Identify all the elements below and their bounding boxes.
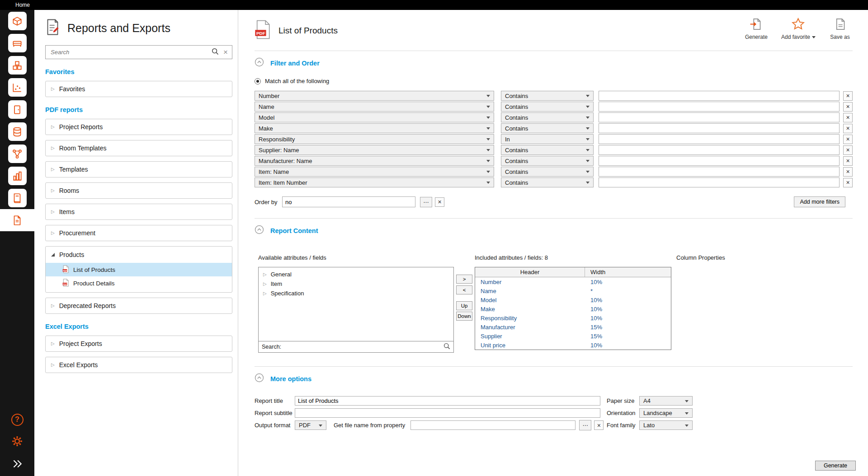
order-by-input[interactable] bbox=[282, 196, 415, 207]
filter-value-input[interactable] bbox=[599, 112, 840, 122]
rail-item-statistics[interactable] bbox=[0, 165, 34, 187]
move-down-button[interactable]: Down bbox=[456, 312, 472, 321]
orientation-dropdown[interactable]: Landscape bbox=[639, 408, 693, 418]
filter-value-input[interactable] bbox=[599, 177, 840, 187]
filter-field-dropdown[interactable]: Manufacturer: Name bbox=[255, 156, 494, 166]
sidebar-item-project-exports[interactable]: ▷ Project Exports bbox=[45, 336, 232, 352]
sidebar-item-deprecated-reports[interactable]: ▷ Deprecated Reports bbox=[45, 298, 232, 314]
search-icon[interactable] bbox=[212, 48, 219, 57]
rail-item-room-planner[interactable] bbox=[0, 10, 34, 32]
sidebar-item-rooms[interactable]: ▷ Rooms bbox=[45, 182, 232, 199]
sidebar-item-excel-exports[interactable]: ▷ Excel Exports bbox=[45, 357, 232, 373]
remove-filter-button[interactable]: × bbox=[843, 145, 853, 155]
filter-value-input[interactable] bbox=[599, 156, 840, 166]
sidebar-item-room-templates[interactable]: ▷ Room Templates bbox=[45, 140, 232, 156]
filter-operator-dropdown[interactable]: Contains bbox=[501, 145, 594, 155]
remove-filter-button[interactable]: × bbox=[843, 135, 853, 144]
table-row[interactable]: Unit price 10% bbox=[475, 341, 671, 350]
filter-operator-dropdown[interactable]: In bbox=[501, 134, 594, 144]
match-all-radio[interactable] bbox=[255, 78, 261, 84]
filter-value-input[interactable] bbox=[599, 145, 840, 155]
paper-size-dropdown[interactable]: A4 bbox=[639, 396, 693, 406]
remove-filter-button[interactable]: × bbox=[843, 167, 853, 177]
generate-button[interactable]: Generate bbox=[743, 17, 769, 40]
filter-field-dropdown[interactable]: Number bbox=[255, 91, 494, 101]
clear-order-by-button[interactable]: × bbox=[435, 197, 444, 207]
search-icon[interactable] bbox=[443, 343, 450, 351]
filter-operator-dropdown[interactable]: Contains bbox=[501, 102, 594, 112]
filter-field-dropdown[interactable]: Supplier: Name bbox=[255, 145, 494, 155]
table-row[interactable]: Name * bbox=[475, 286, 671, 295]
add-favorite-button[interactable]: Add favorite bbox=[779, 17, 817, 40]
sidebar-item-list-of-products[interactable]: PDF List of Products bbox=[46, 263, 232, 276]
rail-item-help[interactable]: ? bbox=[0, 408, 34, 431]
order-by-browse-button[interactable]: … bbox=[420, 197, 432, 207]
sidebar-item-products[interactable]: Products bbox=[46, 247, 232, 263]
remove-filter-button[interactable]: × bbox=[843, 91, 853, 101]
sidebar-item-templates[interactable]: ▷ Templates bbox=[45, 161, 232, 177]
home-tab[interactable]: Home bbox=[15, 2, 30, 8]
table-row[interactable]: Model 10% bbox=[475, 295, 671, 304]
font-family-dropdown[interactable]: Lato bbox=[639, 420, 693, 430]
filter-field-dropdown[interactable]: Model bbox=[255, 112, 494, 122]
table-row[interactable]: Number 10% bbox=[475, 277, 671, 286]
filter-operator-dropdown[interactable]: Contains bbox=[501, 167, 594, 177]
filter-operator-dropdown[interactable]: Contains bbox=[501, 112, 594, 122]
sidebar-item-product-details[interactable]: PDF Product Details bbox=[46, 276, 232, 290]
sidebar-item-favorites[interactable]: ▷ Favorites bbox=[45, 81, 232, 97]
filter-operator-dropdown[interactable]: Contains bbox=[501, 91, 594, 101]
rail-item-expand[interactable] bbox=[0, 453, 34, 476]
move-up-button[interactable]: Up bbox=[456, 301, 472, 310]
filter-field-dropdown[interactable]: Item: Item Number bbox=[255, 177, 494, 187]
rail-item-furniture-planner[interactable] bbox=[0, 32, 34, 54]
table-row[interactable]: Make 10% bbox=[475, 304, 671, 313]
filter-operator-dropdown[interactable]: Contains bbox=[501, 123, 594, 133]
filter-value-input[interactable] bbox=[599, 167, 840, 177]
tree-item-item[interactable]: ▷ Item bbox=[259, 279, 453, 289]
filter-field-dropdown[interactable]: Name bbox=[255, 102, 494, 112]
filter-field-dropdown[interactable]: Item: Name bbox=[255, 167, 494, 177]
filter-operator-dropdown[interactable]: Contains bbox=[501, 156, 594, 166]
sidebar-item-project-reports[interactable]: ▷ Project Reports bbox=[45, 119, 232, 135]
table-row[interactable]: Supplier 15% bbox=[475, 331, 671, 341]
remove-filter-button[interactable]: × bbox=[843, 178, 853, 187]
remove-filter-button[interactable]: × bbox=[843, 102, 853, 112]
save-as-button[interactable]: Save as bbox=[827, 17, 853, 40]
report-subtitle-input[interactable] bbox=[295, 408, 600, 418]
rail-item-items[interactable] bbox=[0, 54, 34, 76]
add-more-filters-button[interactable]: Add more filters bbox=[794, 196, 845, 207]
rail-item-settings[interactable] bbox=[0, 431, 34, 453]
rail-item-distribution[interactable] bbox=[0, 76, 34, 98]
move-right-button[interactable]: > bbox=[456, 275, 472, 284]
filter-field-dropdown[interactable]: Responsibility bbox=[255, 134, 494, 144]
rail-item-database[interactable] bbox=[0, 121, 34, 143]
rail-item-reports[interactable] bbox=[0, 209, 34, 231]
search-input[interactable] bbox=[50, 48, 207, 56]
remove-filter-button[interactable]: × bbox=[843, 156, 853, 166]
tree-item-specification[interactable]: ▷ Specification bbox=[259, 289, 453, 298]
clear-search-icon[interactable]: × bbox=[223, 48, 228, 56]
filter-value-input[interactable] bbox=[599, 91, 840, 101]
collapse-section-icon[interactable] bbox=[255, 225, 264, 236]
generate-report-button[interactable]: Generate bbox=[815, 461, 856, 471]
filter-value-input[interactable] bbox=[599, 134, 840, 144]
collapse-section-icon[interactable] bbox=[255, 57, 264, 69]
file-name-browse-button[interactable]: … bbox=[579, 420, 591, 430]
remove-filter-button[interactable]: × bbox=[843, 113, 853, 122]
filter-operator-dropdown[interactable]: Contains bbox=[501, 177, 594, 187]
rail-item-workflow[interactable] bbox=[0, 143, 34, 165]
sidebar-item-items[interactable]: ▷ Items bbox=[45, 204, 232, 220]
table-row[interactable]: Manufacturer 15% bbox=[475, 322, 671, 331]
remove-filter-button[interactable]: × bbox=[843, 124, 853, 133]
clear-file-name-button[interactable]: × bbox=[594, 420, 604, 430]
tree-item-general[interactable]: ▷ General bbox=[259, 270, 453, 279]
sidebar-item-procurement[interactable]: ▷ Procurement bbox=[45, 225, 232, 241]
filter-value-input[interactable] bbox=[599, 102, 840, 112]
rail-item-documents[interactable] bbox=[0, 98, 34, 121]
move-left-button[interactable]: < bbox=[456, 285, 472, 294]
filter-field-dropdown[interactable]: Make bbox=[255, 123, 494, 133]
filter-value-input[interactable] bbox=[599, 123, 840, 133]
collapse-section-icon[interactable] bbox=[255, 373, 264, 384]
file-name-property-input[interactable] bbox=[410, 420, 576, 430]
report-title-input[interactable] bbox=[295, 396, 600, 406]
